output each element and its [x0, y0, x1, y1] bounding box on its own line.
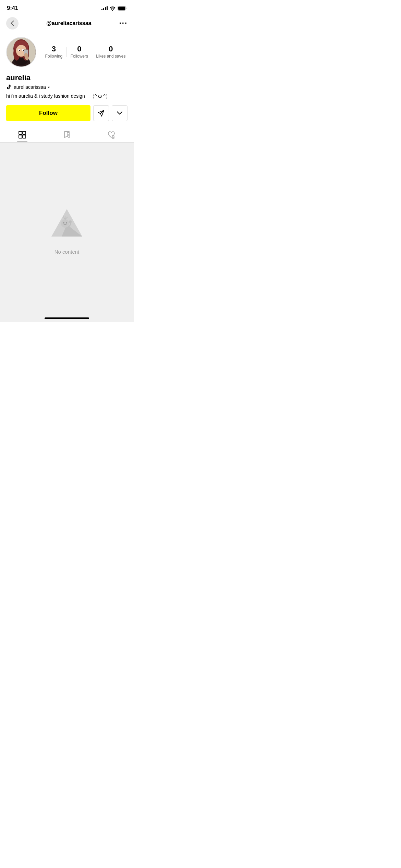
- profile-header: @aureliacarissaa ···: [0, 14, 134, 34]
- svg-rect-19: [23, 131, 26, 134]
- tab-grid[interactable]: [0, 126, 45, 142]
- svg-point-30: [66, 222, 67, 224]
- followers-label: Followers: [71, 54, 88, 59]
- svg-rect-18: [19, 131, 22, 134]
- user-handle-text: aureliacarissaa: [14, 84, 46, 90]
- tabs-bar: [0, 126, 134, 143]
- svg-point-14: [23, 50, 24, 51]
- action-buttons: Follow: [6, 105, 127, 121]
- likes-saves-stat[interactable]: 0 Likes and saves: [96, 45, 125, 59]
- signal-icon: [101, 6, 108, 10]
- following-label: Following: [45, 54, 63, 59]
- stat-divider-2: [92, 47, 92, 57]
- heart-lock-icon: [107, 131, 116, 139]
- user-bio: hi i'm aurelia & i study fashion design …: [6, 93, 127, 100]
- likes-saves-label: Likes and saves: [96, 54, 125, 59]
- avatar: [6, 37, 36, 67]
- svg-point-28: [61, 219, 69, 228]
- profile-section: 3 Following 0 Followers 0 Likes and save…: [0, 34, 134, 121]
- more-options-button[interactable]: ···: [119, 19, 127, 28]
- profile-top-row: 3 Following 0 Followers 0 Likes and save…: [6, 37, 127, 67]
- message-button[interactable]: [93, 105, 109, 121]
- following-count: 3: [52, 45, 56, 53]
- followers-count: 0: [77, 45, 81, 53]
- svg-point-0: [112, 10, 113, 11]
- status-icons: [101, 6, 127, 11]
- likes-saves-count: 0: [109, 45, 113, 53]
- status-bar: 9:41: [0, 0, 134, 14]
- grid-icon: [18, 131, 26, 139]
- tab-liked[interactable]: [89, 126, 134, 142]
- handle-dropdown-icon[interactable]: ▾: [48, 85, 50, 89]
- following-stat[interactable]: 3 Following: [45, 45, 63, 59]
- svg-point-13: [19, 50, 20, 51]
- empty-state-illustration: [46, 202, 87, 243]
- svg-rect-20: [19, 135, 22, 138]
- home-bar: [45, 317, 89, 319]
- svg-rect-2: [118, 7, 125, 10]
- stat-divider-1: [66, 47, 66, 57]
- send-icon: [98, 110, 105, 117]
- home-indicator: [0, 314, 134, 322]
- followers-stat[interactable]: 0 Followers: [71, 45, 88, 59]
- tiktok-logo-icon: [6, 84, 12, 90]
- no-content-text: No content: [54, 249, 80, 255]
- chevron-down-icon: [117, 111, 122, 115]
- tab-saved[interactable]: [45, 126, 89, 142]
- svg-rect-21: [23, 135, 26, 138]
- back-button[interactable]: [6, 17, 19, 29]
- display-name: aurelia: [6, 73, 127, 82]
- content-area: No content: [0, 143, 134, 314]
- follow-button[interactable]: Follow: [6, 105, 90, 121]
- battery-icon: [118, 6, 127, 11]
- svg-point-34: [69, 220, 72, 223]
- wifi-icon: [110, 6, 116, 11]
- bookmark-lock-icon: [63, 131, 71, 139]
- svg-point-29: [63, 222, 64, 224]
- stats-row: 3 Following 0 Followers 0 Likes and save…: [43, 45, 127, 59]
- status-time: 9:41: [7, 5, 18, 12]
- handle-row: aureliacarissaa ▾: [6, 84, 127, 90]
- avatar-image: [7, 38, 36, 67]
- more-actions-button[interactable]: [112, 105, 127, 121]
- header-username: @aureliacarissaa: [46, 20, 91, 26]
